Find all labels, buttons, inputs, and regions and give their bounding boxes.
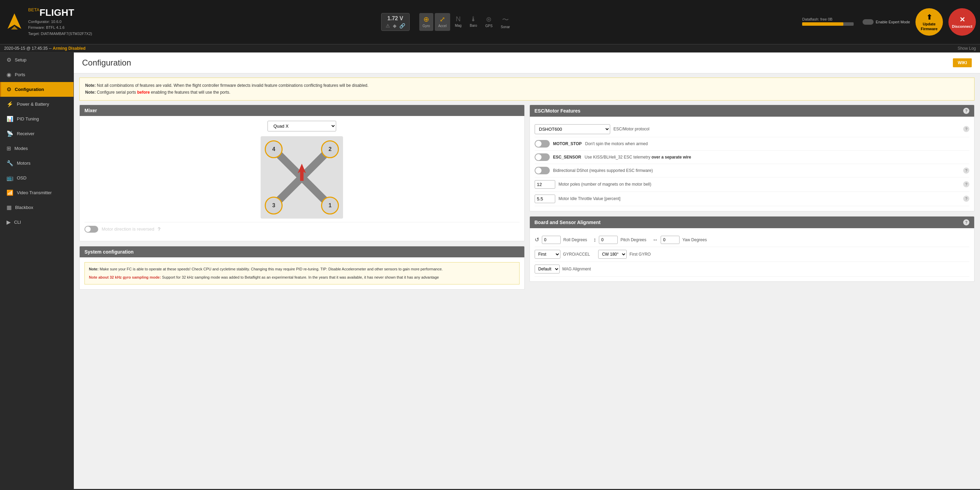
motor-idle-input[interactable] [535,195,555,203]
sidebar-label-blackbox: Blackbox [15,205,33,210]
bidir-help-icon[interactable]: ? [963,167,969,174]
yaw-label: Yaw Degrees [682,238,707,242]
mixer-select[interactable]: Quad X [267,121,336,132]
esc-protocol-select[interactable]: DSHOT600 [535,124,610,134]
motor-poles-help-icon[interactable]: ? [963,181,969,187]
sidebar-label-osd: OSD [17,175,26,181]
warning-note2-text: Configure serial ports [97,90,137,95]
sidebar-item-receiver[interactable]: 📡 Receiver [0,126,73,141]
warning-icon: ⚠ [386,23,390,29]
system-note-text: Make sure your FC is able to operate at … [100,267,442,271]
first-gyro-select[interactable]: CW 180° [598,250,627,259]
content-area: Configuration WIKI Note: Not all combina… [74,52,980,489]
expert-mode-toggle[interactable] [862,19,873,25]
warning-note2-prefix: Note: [85,90,96,95]
esc-sensor-row: ESC_SENSOR Use KISS/BLHeli_32 ESC teleme… [535,151,970,164]
sidebar-label-modes: Modes [14,146,28,151]
roll-input[interactable] [542,236,561,244]
sidebar-item-cli[interactable]: ▶ CLI [0,215,73,230]
warning-note2-suffix: enabling the features that will use the … [151,90,230,95]
system-note-line1: Note: Make sure your FC is able to opera… [89,266,515,273]
bidir-row: Bidirectional DShot (requires supported … [535,164,970,178]
sidebar-item-blackbox[interactable]: ▦ Blackbox [0,200,73,215]
accel-label: Accel [438,24,446,28]
logo-area: BETA FLIGHT Configurator: 10.6.0 Firmwar… [4,7,92,37]
sidebar-item-osd[interactable]: 📺 OSD [0,171,73,185]
update-label2: Firmware [921,27,938,31]
sidebar-label-setup: Setup [15,57,26,62]
gps-label: GPS [485,24,492,28]
sidebar-label-cli: CLI [14,220,21,225]
sidebar-item-configuration[interactable]: ⚙ Configuration [0,82,73,97]
mixer-title: Mixer [84,108,97,113]
motor-poles-input[interactable] [535,180,555,189]
system-note2-text: Support for 32 kHz sampling mode was add… [162,275,439,279]
sensor-accel[interactable]: ⤢ Accel [435,13,450,31]
arming-status: Arming Disabled [53,46,86,51]
motor-direction-help[interactable]: ? [158,227,161,232]
esc-motor-header: ESC/Motor Features ? [530,105,975,117]
gyro-icon: ⊕ [423,15,429,23]
sensor-baro[interactable]: 🌡 Baro [466,13,480,31]
sidebar-item-power-battery[interactable]: ⚡ Power & Battery [0,97,73,111]
disconnect-button[interactable]: ✕ Disconnect [948,8,976,36]
header-right: Dataflash: free 0B Enable Expert Mode ⬆ … [802,8,976,36]
update-label: Update [923,22,935,26]
svg-rect-8 [300,171,304,181]
motor-3-circle: 3 [265,197,283,214]
sidebar-item-video-transmitter[interactable]: 📶 Video Transmitter [0,185,73,200]
motor-poles-label: Motor poles (number of magnets on the mo… [559,182,651,187]
motor-idle-row: Motor Idle Throttle Value [percent] ? [535,192,970,206]
roll-pitch-yaw-row: ↺ Roll Degrees ↕ Pitch Degrees ↔ Yaw Deg… [535,233,970,247]
accel-icon: ⤢ [439,15,445,23]
sidebar-item-pid-tuning[interactable]: 📊 PID Tuning [0,111,73,126]
sensor-mag[interactable]: N Mag [452,13,465,31]
sonar-icon: 〜 [502,15,509,24]
mag-align-select[interactable]: Default [535,265,560,273]
page-title: Configuration [82,58,131,68]
motor-direction-toggle[interactable] [84,226,98,233]
sensor-sonar[interactable]: 〜 Sonar [497,13,513,31]
gyro-accel-select[interactable]: First Second [535,250,560,259]
blackbox-icon: ▦ [6,204,12,211]
esc-help-icon[interactable]: ? [963,108,969,114]
pitch-input[interactable] [599,236,618,244]
motor-stop-toggle[interactable] [535,140,550,147]
update-firmware-button[interactable]: ⬆ Update Firmware [915,8,943,36]
sidebar-item-setup[interactable]: ⚙ Setup [0,52,73,67]
sensor-gyro[interactable]: ⊕ Gyro [419,13,434,31]
logo-icon [4,12,25,32]
bidir-toggle[interactable] [535,167,550,174]
sidebar-item-ports[interactable]: ◉ Ports [0,67,73,82]
expert-mode-label: Enable Expert Mode [876,20,910,24]
esc-protocol-label: ESC/Motor protocol [614,127,650,132]
esc-sensor-toggle[interactable] [535,153,550,161]
mag-align-label: MAG Alignment [562,266,591,271]
board-alignment-help-icon[interactable]: ? [963,219,969,225]
protocol-help-icon[interactable]: ? [963,126,969,132]
svg-point-1 [12,20,16,24]
status-bar: 2020-05-15 @ 17:45:35 -- Arming Disabled… [0,44,980,52]
disconnect-icon: ✕ [959,16,965,24]
mixer-section-header: Mixer [80,105,524,116]
sidebar-item-modes[interactable]: ⊞ Modes [0,141,73,156]
sidebar-label-power: Power & Battery [17,101,49,107]
logo-text-area: BETA FLIGHT Configurator: 10.6.0 Firmwar… [28,7,92,37]
sensor-gps[interactable]: ⊛ GPS [482,13,496,31]
power-icon: ⚡ [6,101,13,108]
wiki-button[interactable]: WIKI [953,58,972,67]
esc-protocol-row: DSHOT600 ESC/Motor protocol ? [535,122,970,137]
dataflash: Dataflash: free 0B [802,17,857,27]
yaw-icon: ↔ [652,237,658,243]
board-alignment-header: Board and Sensor Alignment ? [530,217,975,228]
motor-idle-help-icon[interactable]: ? [963,196,969,202]
sidebar-item-motors[interactable]: 🔧 Motors [0,156,73,171]
bidir-knob [535,167,541,174]
panel-left: Mixer Quad X [79,105,525,294]
system-note2-prefix: Note about 32 kHz gyro sampling mode: [89,275,161,279]
logo-flight-text: FLIGHT [40,7,74,18]
dataflash-label: Dataflash: free 0B [802,17,832,21]
show-log-button[interactable]: Show Log [958,46,976,51]
yaw-input[interactable] [661,236,679,244]
video-tx-icon: 📶 [6,189,13,196]
